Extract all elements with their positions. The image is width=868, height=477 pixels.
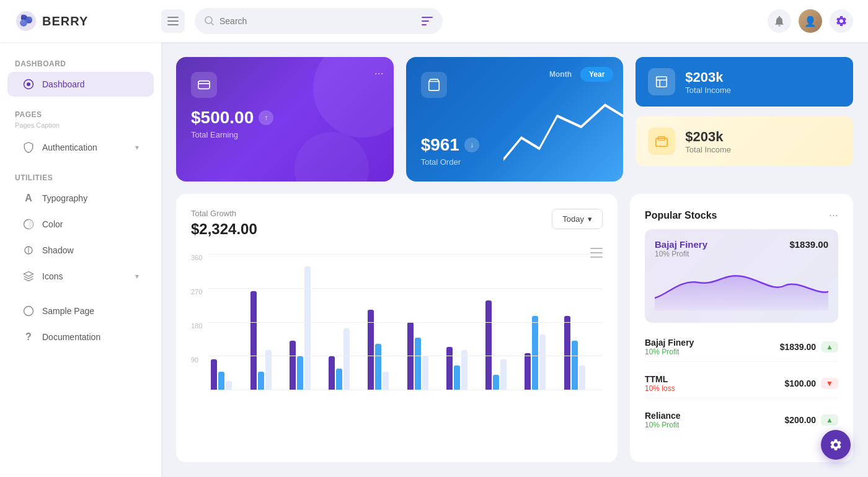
income-blue-label: Total Income — [685, 85, 731, 95]
sidebar-pages-caption: Pages Caption — [0, 121, 161, 134]
bajaj-sub: 10% Profit — [655, 250, 707, 258]
growth-amount: $2,324.00 — [191, 221, 257, 238]
stocks-card: Popular Stocks ··· Bajaj Finery 10% Prof… — [630, 194, 853, 462]
shadow-icon — [22, 244, 35, 256]
stock-bajaj-badge: ▲ — [821, 341, 838, 352]
bar-6c — [422, 356, 428, 390]
earning-trend-icon: ↑ — [259, 110, 273, 125]
growth-header: Total Growth $2,324.00 Today ▾ — [191, 209, 603, 238]
bar-group-6 — [407, 322, 443, 390]
earning-label: Total Earning — [191, 130, 379, 139]
bar-group-9 — [525, 316, 560, 390]
stock-ttml-name: TTML — [645, 374, 675, 384]
bajaj-name: Bajaj Finery — [655, 239, 707, 250]
docs-label: Documentation — [42, 332, 100, 342]
bar-8b — [493, 375, 499, 390]
year-toggle-button[interactable]: Year — [580, 67, 613, 82]
svg-rect-9 — [422, 24, 427, 25]
today-button[interactable]: Today ▾ — [552, 209, 603, 229]
stock-bajaj-sub: 10% Profit — [645, 348, 694, 356]
bell-icon — [773, 15, 786, 27]
bar-10a — [564, 316, 570, 390]
svg-point-11 — [27, 82, 30, 86]
settings-button[interactable] — [830, 9, 853, 33]
earning-card: ··· $500.00 ↑ Total Earning — [176, 57, 394, 182]
fab-settings-button[interactable] — [821, 430, 851, 460]
bar-3a — [290, 341, 296, 390]
svg-rect-3 — [167, 20, 179, 22]
sidebar-item-authentication[interactable]: Authentication ▾ — [7, 135, 154, 160]
bar-3c — [304, 266, 311, 390]
sidebar: Dashboard Dashboard Pages Pages Caption … — [0, 42, 161, 477]
bajaj-chart-header: Bajaj Finery 10% Profit $1839.00 — [655, 239, 828, 258]
svg-rect-24 — [590, 248, 603, 249]
bar-8c — [500, 359, 507, 390]
hamburger-button[interactable] — [161, 9, 185, 33]
bar-group-10 — [564, 316, 600, 390]
icons-chevron-icon: ▾ — [135, 272, 139, 281]
sidebar-item-sample[interactable]: Sample Page — [7, 299, 154, 323]
search-input[interactable] — [219, 16, 417, 26]
month-toggle-button[interactable]: Month — [541, 67, 580, 82]
bar-1c — [226, 381, 232, 390]
bar-10b — [572, 341, 578, 390]
hamburger-icon — [167, 17, 179, 25]
bar-4b — [336, 369, 342, 390]
sidebar-item-shadow[interactable]: Shadow — [7, 238, 154, 263]
bar-1a — [211, 359, 217, 390]
shadow-label: Shadow — [42, 245, 74, 255]
filter-icon[interactable] — [422, 17, 433, 25]
auth-label: Authentication — [42, 142, 97, 152]
today-chevron-icon: ▾ — [588, 214, 592, 224]
svg-rect-7 — [422, 17, 433, 18]
svg-rect-16 — [198, 81, 210, 89]
bajaj-mini-chart — [655, 261, 828, 310]
svg-rect-19 — [657, 77, 667, 87]
sidebar-item-icons[interactable]: Icons ▾ — [7, 264, 154, 289]
bar-5c — [383, 372, 389, 390]
auth-icon — [22, 141, 35, 154]
avatar[interactable]: 👤 — [799, 9, 822, 33]
bar-1b — [218, 372, 224, 390]
stock-row-bajaj: Bajaj Finery 10% Profit $1839.00 ▲ — [645, 333, 838, 362]
bar-2a — [250, 291, 257, 390]
bar-groups — [208, 254, 603, 390]
icons-icon — [22, 270, 35, 282]
notification-button[interactable] — [768, 9, 791, 33]
month-year-toggle: Month Year — [541, 67, 613, 82]
stocks-menu-icon[interactable]: ··· — [829, 209, 838, 222]
bar-group-2 — [250, 291, 286, 390]
bar-group-4 — [329, 328, 365, 390]
color-label: Color — [42, 219, 63, 229]
sidebar-item-typography[interactable]: A Typography — [7, 186, 154, 211]
bar-9c — [539, 335, 546, 390]
logo-area: 🫐 BERRY — [15, 10, 151, 32]
earning-card-menu[interactable]: ··· — [374, 67, 384, 80]
stock-reliance-price: $200.00 — [785, 415, 817, 425]
stock-ttml-sub: 10% loss — [645, 384, 675, 393]
sidebar-item-dashboard[interactable]: Dashboard — [7, 72, 154, 97]
order-trend-icon: ↓ — [464, 138, 479, 152]
sidebar-item-docs[interactable]: ? Documentation — [7, 325, 154, 349]
growth-chart-card: Total Growth $2,324.00 Today ▾ — [176, 194, 618, 462]
charts-row: Total Growth $2,324.00 Today ▾ — [176, 194, 853, 462]
stock-row-reliance: Reliance 10% Profit $200.00 ▲ — [645, 406, 838, 434]
search-bar — [195, 8, 443, 34]
income-card-blue: $203k Total Income — [636, 57, 853, 107]
color-icon — [22, 218, 35, 230]
bar-9b — [532, 316, 538, 390]
typography-icon: A — [22, 192, 35, 204]
bar-7a — [446, 347, 453, 390]
sample-icon — [22, 305, 35, 317]
svg-rect-25 — [590, 252, 603, 253]
bar-2c — [265, 350, 272, 390]
app-logo-icon: 🫐 — [15, 10, 37, 32]
app-name: BERRY — [42, 14, 88, 28]
bar-7b — [454, 365, 460, 390]
sidebar-section-pages: Pages — [0, 105, 161, 121]
stock-reliance-name: Reliance — [645, 411, 681, 421]
today-label: Today — [562, 214, 584, 224]
docs-icon: ? — [22, 331, 35, 343]
stock-bajaj-price: $1839.00 — [780, 342, 816, 352]
sidebar-item-color[interactable]: Color — [7, 212, 154, 237]
